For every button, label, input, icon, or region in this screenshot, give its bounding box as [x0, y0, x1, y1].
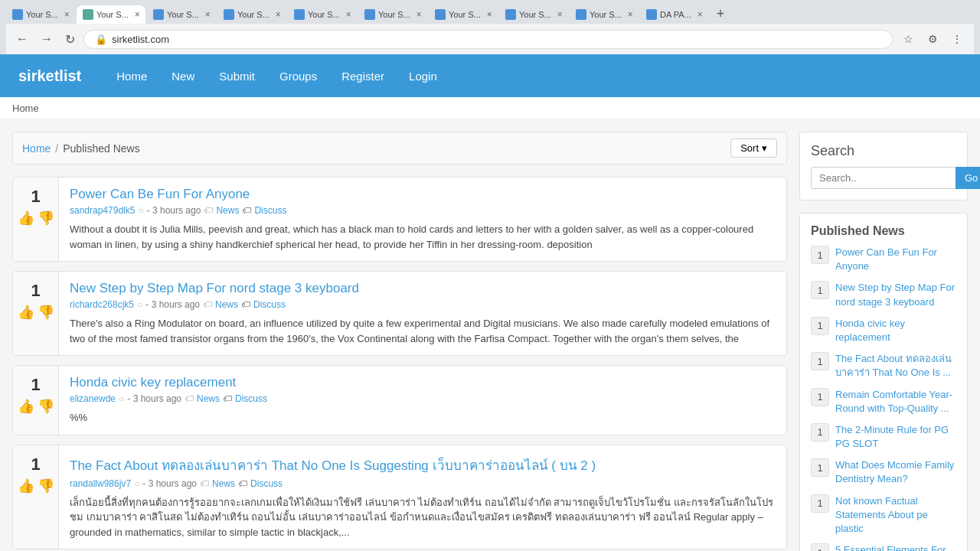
- news-author[interactable]: randallw986jv7: [70, 478, 131, 489]
- vote-down-button[interactable]: 👎: [38, 210, 54, 227]
- vote-up-button[interactable]: 👍: [18, 478, 34, 494]
- sort-label: Sort: [740, 142, 759, 154]
- tab-close-4[interactable]: ×: [276, 9, 281, 20]
- breadcrumb-home[interactable]: Home: [22, 142, 51, 155]
- news-title[interactable]: Power Can Be Fun For Anyone: [70, 187, 776, 202]
- news-tag2[interactable]: Discuss: [254, 205, 286, 216]
- vote-count: 1: [31, 455, 40, 474]
- top-breadcrumb-home[interactable]: Home: [12, 103, 39, 114]
- tab-close-5[interactable]: ×: [346, 9, 351, 20]
- vote-up-button[interactable]: 👍: [18, 304, 34, 321]
- breadcrumb-separator: /: [55, 142, 58, 155]
- new-tab-button[interactable]: +: [710, 5, 731, 24]
- news-author[interactable]: elizanewde: [70, 393, 116, 404]
- news-tag1[interactable]: News: [215, 299, 238, 310]
- news-tag2[interactable]: Discuss: [235, 393, 267, 404]
- news-title[interactable]: Honda civic key replacement: [70, 375, 776, 390]
- address-bar[interactable]: 🔒 sirketlist.com: [83, 30, 893, 49]
- meta-dot: ○: [134, 478, 139, 489]
- sidebar-news-link[interactable]: Power Can Be Fun For Anyone: [835, 246, 956, 273]
- sidebar-badge: 1: [811, 388, 829, 406]
- news-tag1[interactable]: News: [197, 393, 220, 404]
- search-input[interactable]: [811, 167, 956, 189]
- meta-dot2: 🏷: [203, 299, 212, 310]
- forward-button[interactable]: →: [37, 31, 57, 47]
- nav-groups[interactable]: Groups: [267, 56, 329, 96]
- vote-down-button[interactable]: 👎: [38, 398, 54, 415]
- vote-up-button[interactable]: 👍: [18, 398, 34, 415]
- sidebar-news-link[interactable]: 5 Essential Elements For Keyword usage i…: [835, 543, 956, 551]
- tab-8[interactable]: Your S... ×: [499, 5, 568, 24]
- news-author[interactable]: sandrap479dlk5: [70, 205, 135, 216]
- tab-close-9[interactable]: ×: [628, 9, 633, 20]
- tab-1[interactable]: Your S... ×: [6, 5, 75, 24]
- vote-down-button[interactable]: 👎: [38, 478, 54, 494]
- vote-col: 1 👍 👎: [13, 445, 59, 549]
- tab-5[interactable]: Your S... ×: [288, 5, 357, 24]
- sidebar-news-item: 1 New Step by Step Map For nord stage 3 …: [811, 281, 956, 308]
- nav-home[interactable]: Home: [104, 56, 159, 96]
- sidebar-news-link[interactable]: The 2-Minute Rule for PG PG SLOT: [835, 423, 956, 451]
- news-time: - 3 hours ago: [127, 393, 181, 404]
- tab-favicon-8: [505, 9, 516, 20]
- nav-login[interactable]: Login: [397, 56, 449, 96]
- sidebar-news-link[interactable]: What Does Mcomie Family Dentistry Mean?: [835, 458, 956, 486]
- vote-count: 1: [31, 187, 40, 207]
- tab-close-7[interactable]: ×: [487, 9, 492, 20]
- tab-2[interactable]: Your S... ×: [77, 5, 145, 24]
- news-meta: sandrap479dlk5 ○ - 3 hours ago 🏷 News 🏷 …: [70, 205, 776, 216]
- vote-up-button[interactable]: 👍: [18, 210, 34, 227]
- news-tag2[interactable]: Discuss: [250, 478, 283, 489]
- tab-9[interactable]: Your S... ×: [570, 5, 639, 24]
- search-go-button[interactable]: Go: [956, 167, 980, 189]
- news-tag2[interactable]: Discuss: [253, 299, 286, 310]
- search-row: Go: [811, 167, 956, 189]
- nav-register[interactable]: Register: [329, 56, 397, 96]
- tab-close-6[interactable]: ×: [416, 9, 422, 20]
- back-button[interactable]: ←: [12, 31, 32, 47]
- sidebar-news-link[interactable]: Not known Factual Statements About pe pl…: [835, 494, 956, 536]
- sidebar-news-item: 1 Remain Comfortable Year-Round with Top…: [811, 388, 956, 416]
- main-container: Home / Published News Sort ▾ 1 👍 👎 Power…: [0, 119, 980, 551]
- vote-down-button[interactable]: 👎: [38, 304, 54, 321]
- sidebar-news-link[interactable]: The Fact About ทดลองเล่นบาคาร่า That No …: [835, 352, 956, 380]
- toolbar-icons: ☆ ⚙ ⋮: [897, 28, 968, 50]
- meta-dot: ○: [119, 393, 124, 404]
- star-icon[interactable]: ☆: [897, 28, 919, 50]
- tab-3[interactable]: Your S... ×: [147, 5, 216, 24]
- news-time: - 3 hours ago: [145, 299, 200, 310]
- url-text: sirketlist.com: [112, 34, 881, 45]
- sort-button[interactable]: Sort ▾: [730, 139, 777, 158]
- tab-10[interactable]: DA PA... ×: [640, 5, 709, 24]
- sidebar-news-link[interactable]: Remain Comfortable Year-Round with Top-Q…: [835, 388, 956, 416]
- sidebar-news-item: 1 The Fact About ทดลองเล่นบาคาร่า That N…: [811, 352, 956, 380]
- news-body: New Step by Step Map For nord stage 3 ke…: [59, 272, 786, 355]
- tab-close-8[interactable]: ×: [557, 9, 563, 20]
- nav-submit[interactable]: Submit: [207, 56, 267, 96]
- tab-close-2[interactable]: ×: [135, 9, 140, 20]
- tab-4[interactable]: Your S... ×: [217, 5, 286, 24]
- tab-6[interactable]: Your S... ×: [358, 5, 427, 24]
- tab-close-3[interactable]: ×: [205, 9, 211, 20]
- page-breadcrumb: Home / Published News: [22, 142, 140, 155]
- refresh-button[interactable]: ↻: [61, 31, 79, 48]
- tab-7[interactable]: Your S... ×: [429, 5, 498, 24]
- news-tag1[interactable]: News: [212, 478, 235, 489]
- site-logo[interactable]: sirketlist: [18, 67, 81, 85]
- nav-links: Home New Submit Groups Register Login: [104, 56, 449, 96]
- tab-close-1[interactable]: ×: [64, 9, 70, 20]
- nav-new[interactable]: New: [159, 56, 207, 96]
- news-tag1[interactable]: News: [216, 205, 239, 216]
- tab-close-10[interactable]: ×: [697, 9, 703, 20]
- vote-icons: 👍 👎: [18, 210, 54, 227]
- menu-icon[interactable]: ⋮: [946, 28, 968, 50]
- news-title[interactable]: The Fact About ทดลองเล่นบาคาร่า That No …: [70, 455, 776, 475]
- sidebar-news-link[interactable]: Honda civic key replacement: [835, 317, 956, 344]
- news-title[interactable]: New Step by Step Map For nord stage 3 ke…: [70, 281, 776, 296]
- extensions-icon[interactable]: ⚙: [922, 28, 943, 50]
- news-author[interactable]: richardc268cjk5: [70, 299, 134, 310]
- vote-count: 1: [31, 375, 40, 395]
- sidebar-news-link[interactable]: New Step by Step Map For nord stage 3 ke…: [835, 281, 956, 308]
- breadcrumb-current: Published News: [63, 142, 139, 155]
- news-item: 1 👍 👎 New Step by Step Map For nord stag…: [12, 271, 787, 356]
